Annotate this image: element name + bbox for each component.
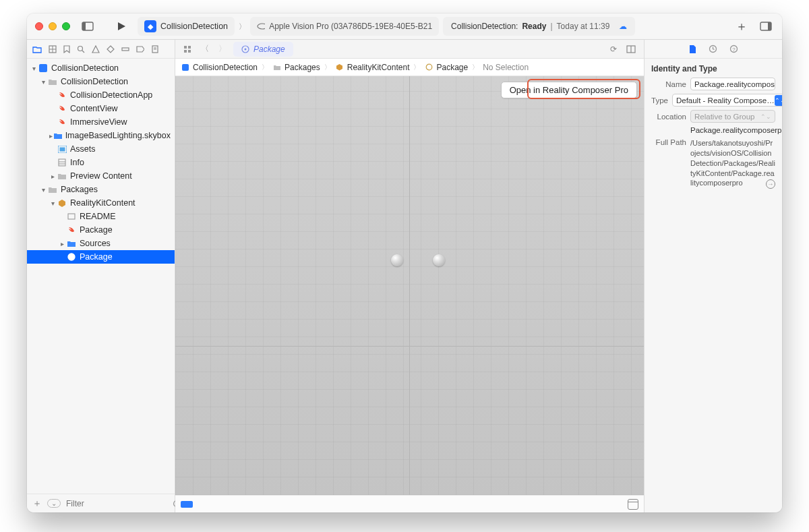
- swift-icon: [66, 225, 77, 235]
- scene-entity-sphere[interactable]: [433, 254, 445, 266]
- svg-marker-12: [107, 46, 114, 53]
- chevron-updown-icon: ⌃⌄: [760, 113, 771, 120]
- forward-button[interactable]: 〉: [216, 43, 229, 55]
- folder-icon: [53, 130, 63, 141]
- crumb[interactable]: Package: [436, 63, 468, 72]
- add-button[interactable]: ＋: [732, 17, 751, 36]
- toggle-debug-area-button[interactable]: [628, 499, 638, 510]
- assets-icon: [57, 144, 67, 154]
- back-button[interactable]: 〈: [198, 43, 212, 55]
- fullpath-label: Full Path: [651, 138, 686, 146]
- editor-options-button[interactable]: [624, 45, 638, 53]
- issue-navigator-tab[interactable]: [92, 45, 100, 53]
- crumb[interactable]: Packages: [284, 63, 320, 72]
- tree-label: ContentView: [70, 104, 118, 113]
- status-project: CollisionDetection:: [451, 22, 518, 31]
- markdown-icon: [66, 211, 77, 222]
- tree-folder-app[interactable]: ▾ CollisionDetection: [27, 75, 175, 88]
- visionpro-icon: [257, 23, 265, 30]
- toggle-navigator-button[interactable]: [78, 17, 97, 36]
- status-state: Ready: [522, 22, 546, 31]
- filter-scope-button[interactable]: ⌄: [47, 499, 61, 508]
- find-navigator-tab[interactable]: [77, 45, 85, 53]
- tree-swift-file[interactable]: ImmersiveView: [27, 115, 175, 129]
- bookmark-navigator-tab[interactable]: [63, 45, 70, 53]
- project-tree[interactable]: ▾ CollisionDetection ▾ CollisionDetectio…: [27, 59, 175, 494]
- svg-rect-5: [768, 22, 771, 30]
- tree-readme[interactable]: README: [27, 210, 175, 223]
- navigator-filter-bar: ＋ ⌄: [27, 494, 175, 512]
- project-navigator-tab[interactable]: [32, 45, 42, 53]
- tree-label: README: [80, 212, 115, 221]
- scheme-selector[interactable]: ◆ CollisionDetection: [138, 17, 235, 36]
- identity-and-type-section: Identity and Type Name Package.realityco…: [645, 59, 782, 198]
- titlebar: ◆ CollisionDetection 〉 Apple Vision Pro …: [27, 13, 782, 40]
- run-button[interactable]: [112, 17, 131, 36]
- debug-navigator-tab[interactable]: [121, 45, 129, 53]
- traffic-lights: [27, 22, 78, 30]
- navigator-selector-bar: [27, 40, 175, 59]
- swift-icon: [57, 117, 67, 127]
- open-in-reality-composer-pro-button[interactable]: Open in Reality Composer Pro: [501, 82, 637, 98]
- debug-bar: [175, 495, 644, 512]
- tree-folder-skybox[interactable]: ▸ ImageBasedLighting.skybox: [27, 129, 175, 142]
- crumb[interactable]: RealityKitContent: [347, 63, 410, 72]
- tree-folder-preview[interactable]: ▸ Preview Content: [27, 169, 175, 183]
- status-time: Today at 11:39: [557, 22, 610, 31]
- type-selector[interactable]: Default - Reality Compose… ⌃⌄: [672, 94, 782, 107]
- type-label: Type: [651, 96, 668, 105]
- breakpoints-button[interactable]: [181, 501, 193, 508]
- tree-label: Packages: [61, 185, 98, 194]
- tree-swift-file[interactable]: Package: [27, 223, 175, 237]
- editor-tab[interactable]: Package: [233, 42, 293, 57]
- tree-swift-file[interactable]: CollisionDetectionApp: [27, 88, 175, 102]
- toggle-inspector-button[interactable]: [756, 17, 775, 36]
- zoom-window-button[interactable]: [62, 22, 70, 30]
- svg-rect-30: [188, 46, 191, 49]
- svg-point-39: [426, 64, 432, 70]
- tree-label: Sources: [80, 239, 111, 248]
- close-window-button[interactable]: [35, 22, 43, 30]
- tree-root[interactable]: ▾ CollisionDetection: [27, 61, 175, 75]
- svg-rect-29: [184, 46, 187, 49]
- filter-field[interactable]: [66, 499, 167, 508]
- jump-bar[interactable]: CollisionDetection 〉 Packages 〉 RealityK…: [175, 59, 644, 76]
- source-control-navigator-tab[interactable]: [49, 45, 57, 53]
- tree-package-rcp[interactable]: Package: [27, 250, 175, 264]
- report-navigator-tab[interactable]: [151, 45, 159, 53]
- help-inspector-tab[interactable]: ?: [729, 45, 738, 53]
- xcodeproj-icon: [38, 63, 49, 73]
- inspector: ? Identity and Type Name Package.reality…: [644, 40, 782, 512]
- tree-swift-file[interactable]: ContentView: [27, 102, 175, 115]
- location-selector[interactable]: Relative to Group ⌃⌄: [690, 110, 775, 123]
- reveal-in-finder-button[interactable]: →: [766, 179, 775, 189]
- related-items-button[interactable]: [181, 45, 194, 53]
- scheme-separator: 〉: [239, 22, 246, 32]
- run-destination[interactable]: Apple Vision Pro (03A786D5-19E8-40E5-B21: [250, 17, 439, 36]
- tree-folder-packages[interactable]: ▾ Packages: [27, 183, 175, 196]
- tree-assets[interactable]: Assets: [27, 142, 175, 156]
- history-inspector-tab[interactable]: [709, 45, 717, 53]
- add-file-button[interactable]: ＋: [32, 498, 42, 510]
- tree-package-rkc[interactable]: ▾ RealityKitContent: [27, 196, 175, 210]
- folder-icon: [47, 184, 58, 195]
- package-icon: [57, 198, 67, 208]
- fullpath-value: /Users/takanotsuyoshi/Projects/visionOS/…: [690, 139, 775, 187]
- svg-marker-2: [118, 22, 125, 30]
- 3d-viewport[interactable]: Open in Reality Composer Pro: [175, 76, 644, 495]
- tree-folder-sources[interactable]: ▸ Sources: [27, 237, 175, 250]
- tree-label: Assets: [70, 144, 96, 154]
- scene-entity-sphere[interactable]: [391, 254, 403, 266]
- breakpoint-navigator-tab[interactable]: [136, 45, 144, 53]
- tree-info[interactable]: Info: [27, 156, 175, 169]
- crumb[interactable]: CollisionDetection: [193, 63, 258, 72]
- minimize-window-button[interactable]: [49, 22, 57, 30]
- name-field[interactable]: Package.realitycomposerpro: [690, 78, 775, 90]
- test-navigator-tab[interactable]: [107, 45, 115, 53]
- file-inspector-tab[interactable]: [689, 45, 696, 54]
- crumb-no-selection: No Selection: [483, 63, 529, 72]
- navigator: ▾ CollisionDetection ▾ CollisionDetectio…: [27, 40, 175, 512]
- svg-marker-38: [336, 64, 342, 71]
- activity-view[interactable]: CollisionDetection: Ready | Today at 11:…: [443, 17, 635, 36]
- refresh-button[interactable]: ⟳: [607, 45, 620, 54]
